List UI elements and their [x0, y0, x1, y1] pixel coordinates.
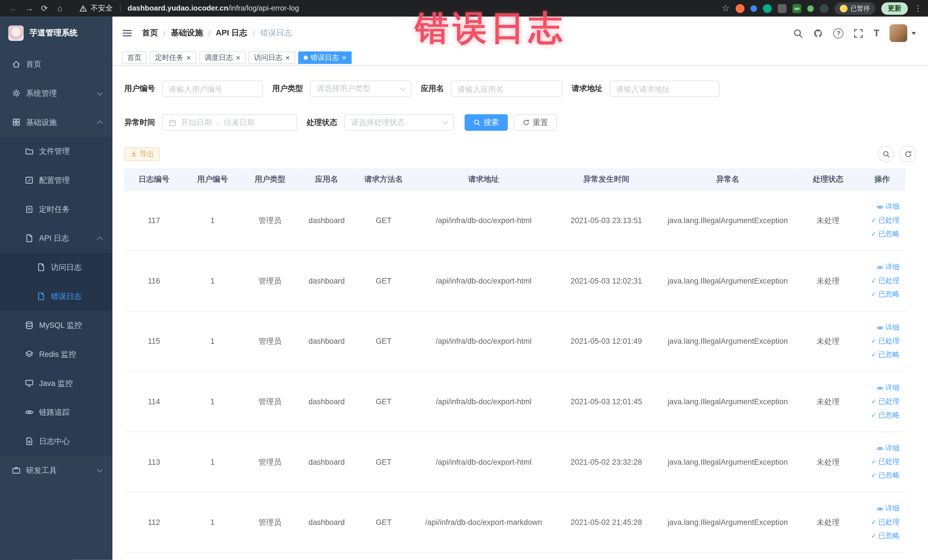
tab-dispatch-log[interactable]: 调度日志 × [199, 51, 246, 64]
home-icon [12, 60, 21, 69]
breadcrumb-home[interactable]: 首页 [142, 28, 158, 38]
github-icon[interactable] [814, 28, 823, 38]
font-size-icon[interactable]: T [874, 29, 879, 38]
extension-icon-6[interactable] [807, 5, 814, 12]
eye-icon [25, 407, 34, 417]
address-bar[interactable]: dashboard.yudao.iocoder.cn /infra/log/ap… [120, 4, 299, 12]
help-icon[interactable]: ? [833, 28, 843, 38]
mark-processed-link[interactable]: ✓已处理 [871, 215, 899, 225]
sidebar-item-file-management[interactable]: 文件管理 [0, 137, 112, 166]
mark-processed-link[interactable]: ✓已处理 [871, 276, 899, 286]
close-icon[interactable]: × [285, 53, 290, 61]
bookmark-star-icon[interactable]: ☆ [722, 3, 730, 14]
reset-button[interactable]: 重置 [514, 114, 557, 131]
detail-link[interactable]: 详细 [876, 443, 899, 453]
mark-processed-link[interactable]: ✓已处理 [871, 397, 899, 406]
col-time: 异常发生时间 [554, 168, 658, 190]
user-menu[interactable] [890, 24, 916, 42]
screen: ← → ⟳ ⌂ 不安全 dashboard.yudao.iocoder.cn /… [0, 0, 928, 560]
mark-ignored-link[interactable]: ✓已忽略 [871, 410, 899, 420]
toggle-search-button[interactable] [878, 145, 894, 162]
gear-icon [12, 89, 21, 98]
close-icon[interactable]: × [342, 53, 346, 61]
close-icon[interactable]: × [186, 53, 191, 61]
mark-processed-link[interactable]: ✓已处理 [871, 336, 899, 346]
tags-bar: 首页 定时任务 × 调度日志 × 访问日志 × 错误日志 × [112, 50, 928, 66]
start-date-placeholder: 开始日期 [181, 117, 212, 128]
site-security-chip[interactable]: 不安全 [79, 3, 113, 13]
user-id-input[interactable] [162, 81, 263, 97]
fullscreen-icon[interactable] [853, 28, 864, 38]
sidebar-item-error-log[interactable]: 错误日志 [0, 282, 112, 311]
chevron-down-icon [443, 119, 449, 125]
mark-ignored-link[interactable]: ✓已忽略 [871, 470, 899, 481]
mark-ignored-link[interactable]: ✓已忽略 [871, 289, 899, 299]
user-type-select[interactable]: 请选择用户类型 [310, 81, 411, 97]
refresh-table-button[interactable] [899, 145, 916, 162]
mark-ignored-link[interactable]: ✓已忽略 [871, 531, 899, 541]
extension-icon-7[interactable] [820, 4, 829, 12]
tab-scheduled-jobs[interactable]: 定时任务 × [150, 51, 196, 64]
close-icon[interactable]: × [236, 53, 241, 61]
status-select[interactable]: 请选择处理状态 [344, 114, 454, 131]
extension-icon-1[interactable] [736, 4, 745, 12]
extension-icon-4[interactable] [778, 4, 786, 12]
sidebar-item-system[interactable]: 系统管理 [0, 79, 112, 108]
browser-back-icon[interactable]: ← [6, 3, 21, 13]
detail-link[interactable]: 详细 [876, 504, 899, 514]
sidebar-item-mysql-monitor[interactable]: MySQL 监控 [0, 311, 112, 340]
sidebar-item-scheduled-jobs[interactable]: 定时任务 [0, 195, 112, 224]
request-url-input[interactable] [610, 81, 720, 97]
browser-update-button[interactable]: 更新 [881, 2, 908, 15]
app-name-input[interactable] [451, 81, 562, 97]
chevron-up-icon [97, 236, 103, 242]
check-icon: ✓ [871, 472, 876, 479]
sidebar-item-config-management[interactable]: 配置管理 [0, 166, 112, 195]
extension-icon-5[interactable]: on [792, 4, 801, 12]
mark-ignored-link[interactable]: ✓已忽略 [871, 229, 899, 239]
browser-menu-icon[interactable]: ⋮ [914, 3, 922, 13]
app-title: 芋道管理系统 [30, 28, 78, 38]
detail-link[interactable]: 详细 [876, 262, 899, 272]
app-logo-image [8, 25, 24, 41]
search-icon[interactable] [793, 28, 803, 38]
mark-processed-link[interactable]: ✓已处理 [871, 517, 899, 527]
sidebar-item-dev-tools[interactable]: 研发工具 [0, 456, 112, 485]
detail-link[interactable]: 详细 [876, 383, 899, 393]
export-button[interactable]: 导出 [124, 147, 160, 161]
check-icon: ✓ [871, 291, 876, 298]
mark-ignored-link[interactable]: ✓已忽略 [871, 350, 899, 360]
sidebar-item-java-monitor[interactable]: Java 监控 [0, 369, 112, 398]
detail-link[interactable]: 详细 [876, 202, 899, 212]
sidebar-toggle[interactable] [122, 28, 132, 38]
sidebar-item-api-log[interactable]: API 日志 [0, 224, 112, 253]
chevron-down-icon [97, 90, 103, 96]
sidebar-item-trace[interactable]: 链路追踪 [0, 398, 112, 427]
sidebar-item-home[interactable]: 首页 [0, 50, 112, 79]
breadcrumb-infra[interactable]: 基础设施 [171, 28, 203, 38]
col-url: 请求地址 [412, 168, 554, 190]
breadcrumb-api-log[interactable]: API 日志 [216, 28, 247, 38]
tab-home[interactable]: 首页 [122, 51, 147, 64]
end-date-placeholder: 结束日期 [224, 117, 255, 128]
tab-error-log[interactable]: 错误日志 × [298, 51, 352, 64]
exception-time-range-picker[interactable]: 开始日期 - 结束日期 [162, 114, 297, 131]
refresh-icon [904, 150, 912, 158]
tab-access-log[interactable]: 访问日志 × [249, 51, 295, 64]
mark-processed-link[interactable]: ✓已处理 [871, 457, 899, 467]
paused-badge[interactable]: 已暂停 [835, 2, 875, 15]
sidebar-item-log-center[interactable]: 日志中心 [0, 427, 112, 456]
extension-icon-2[interactable] [751, 5, 757, 12]
detail-link[interactable]: 详细 [876, 323, 899, 333]
col-log-id: 日志编号 [124, 168, 184, 190]
browser-home-icon[interactable]: ⌂ [52, 3, 68, 13]
eye-icon [876, 384, 884, 391]
sidebar-item-redis-monitor[interactable]: Redis 监控 [0, 340, 112, 369]
sidebar-item-access-log[interactable]: 访问日志 [0, 253, 112, 282]
extension-icon-3[interactable] [763, 4, 772, 12]
browser-reload-icon[interactable]: ⟳ [37, 3, 52, 13]
check-icon: ✓ [871, 351, 876, 358]
browser-forward-icon[interactable]: → [21, 3, 37, 13]
sidebar-item-infra[interactable]: 基础设施 [0, 108, 112, 137]
search-button[interactable]: 搜索 [465, 114, 508, 131]
